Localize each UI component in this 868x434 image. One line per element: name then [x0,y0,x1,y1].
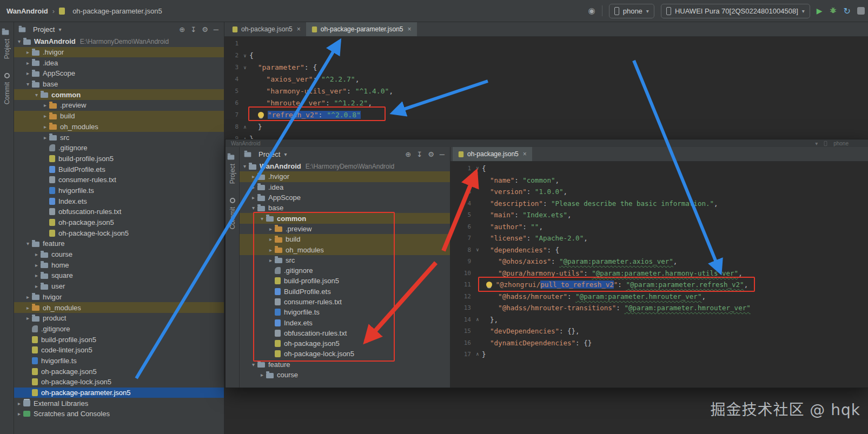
tree-item-oh-package-json5[interactable]: oh-package.json5 [14,366,224,377]
tree-item-build[interactable]: ▸build [240,234,450,244]
debug-button[interactable] [829,6,837,16]
chevron-down-icon[interactable]: ▾ [241,163,249,169]
code-line-16[interactable]: 16 "dynamicDependencies": {} [450,337,868,349]
more-actions-icon[interactable] [857,7,865,15]
tree-item-user[interactable]: ▸user [14,281,224,292]
tree-item-preview[interactable]: ▸.preview [240,224,450,234]
tree-item-oh-package-lock-json5[interactable]: oh-package-lock.json5 [14,228,224,238]
tree-item-product[interactable]: ▸product [14,313,224,324]
tree-item-oh-package-parameter-json5[interactable]: oh-package-parameter.json5 [14,388,224,398]
code-line-11[interactable]: 11 "@zhongrui/pull_to_refresh_v2": "@par… [450,279,868,291]
chevron-right-icon[interactable]: ▸ [267,247,275,253]
code-line-12[interactable]: 12 "@hadss/hmrouter": "@param:parameter.… [450,291,868,303]
main-code-area[interactable]: 12∨{3∨ "parameter": {4 "axios_ver": "^2.… [224,37,868,145]
collapse-all-icon[interactable]: ↧ [190,25,196,34]
project-tool-button[interactable]: Project [2,29,12,59]
tree-item-build-profile-json5[interactable]: build-profile.json5 [14,153,224,164]
tree-item-feature[interactable]: ▾feature [14,238,224,249]
tree-item-common[interactable]: ▾common [240,213,450,223]
tree-item-appscope[interactable]: ▸AppScope [240,192,450,203]
tree-item-index-ets[interactable]: Index.ets [240,317,450,328]
tree-item-consumer-rules-txt[interactable]: consumer-rules.txt [14,175,224,185]
editor-tab-oh-package-json5[interactable]: oh-package.json5× [227,22,306,36]
sync-button[interactable]: ↻ [844,6,851,16]
code-line-17[interactable]: 17∧} [450,349,868,360]
chevron-right-icon[interactable]: ▸ [24,60,32,66]
code-line-15[interactable]: 15 "devDependencies": {}, [450,325,868,337]
code-line-5[interactable]: 5 "harmony-utils_ver": "^1.4.0", [224,85,868,97]
close-tab-icon[interactable]: × [297,25,301,33]
fold-close-icon[interactable]: ∧ [473,314,482,326]
project-view-selector[interactable]: Project ▾ [244,150,287,158]
intention-bulb-icon[interactable] [258,112,264,118]
breadcrumb-file[interactable]: oh-package-parameter.json5 [72,7,162,15]
tree-item-obfuscation-rules-txt[interactable]: obfuscation-rules.txt [14,206,224,217]
tree-item-common[interactable]: ▾common [14,89,224,100]
chevron-down-icon[interactable]: ▾ [258,216,266,222]
chevron-right-icon[interactable]: ▸ [24,70,32,76]
code-line-3[interactable]: 3 "version": "1.0.0", [450,186,868,198]
code-line-13[interactable]: 13 "@hadss/hmrouter-transitions": "@para… [450,302,868,314]
editor-tab-oh-package-parameter-json5[interactable]: oh-package-parameter.json5× [306,22,417,36]
commit-tool-button[interactable]: Commit [3,73,11,104]
device-type-combo[interactable]: phone ▾ [609,4,654,18]
tree-item-buildprofile-ets[interactable]: BuildProfile.ets [240,286,450,297]
overlay-code-area[interactable]: 1∨{2 "name": "common",3 "version": "1.0.… [450,162,868,360]
code-line-2[interactable]: 2 "name": "common", [450,175,868,186]
tree-item-appscope[interactable]: ▸AppScope [14,68,224,79]
fold-close-icon[interactable]: ∧ [473,349,482,360]
chevron-right-icon[interactable]: ▸ [249,173,257,179]
chevron-right-icon[interactable]: ▸ [267,257,275,263]
chevron-down-icon[interactable]: ▾ [249,205,257,211]
fold-open-icon[interactable]: ∨ [473,244,482,256]
chevron-right-icon[interactable]: ▸ [32,262,41,268]
tree-item-feature[interactable]: ▾feature [240,359,450,370]
run-button[interactable]: ▶ [817,6,823,15]
code-line-3[interactable]: 3∨ "parameter": { [224,62,868,74]
tree-item-oh-package-json5[interactable]: oh-package.json5 [240,338,450,349]
code-line-7[interactable]: 7 "license": "Apache-2.0", [450,232,868,244]
fold-open-icon[interactable]: ∨ [473,163,482,175]
project-view-selector[interactable]: Project ▾ [18,25,62,34]
settings-gear-icon[interactable]: ⚙ [202,25,208,34]
device-combo[interactable]: HUAWEI Pura 70[2QS0224801004508] ▾ [661,4,810,18]
tree-item-external-libraries[interactable]: ▸External Libraries [14,398,224,409]
commit-tool-button[interactable]: Commit [229,198,236,229]
chevron-down-icon[interactable]: ▾ [15,38,23,44]
close-tab-icon[interactable]: × [523,150,527,158]
tree-item-gitignore[interactable]: .gitignore [14,143,224,153]
tree-item-build[interactable]: ▸build [14,111,224,122]
breadcrumb-project[interactable]: WanAndroid [6,7,48,15]
chevron-right-icon[interactable]: ▸ [32,272,41,278]
tree-item-build-profile-json5[interactable]: build-profile.json5 [240,276,450,286]
tree-item-obfuscation-rules-txt[interactable]: obfuscation-rules.txt [240,328,450,338]
code-line-7[interactable]: 7 "refresh_v2": "^2.0.8" [224,109,868,121]
tree-item-build-profile-json5[interactable]: build-profile.json5 [14,334,224,345]
chevron-down-icon[interactable]: ▾ [32,92,41,98]
tree-item-oh-modules[interactable]: ▸oh_modules [14,122,224,132]
tree-item-course[interactable]: ▸course [240,370,450,380]
tree-item-src[interactable]: ▸src [240,255,450,265]
chevron-right-icon[interactable]: ▸ [41,135,49,141]
hide-panel-icon[interactable]: ─ [214,25,218,34]
tree-item-scratches-and-consoles[interactable]: ▸Scratches and Consoles [14,409,224,419]
fold-open-icon[interactable]: ∨ [241,50,249,62]
tree-item-gitignore[interactable]: .gitignore [14,324,224,335]
tree-item-hvigor[interactable]: ▸hvigor [14,292,224,303]
code-line-8[interactable]: 8∨ "dependencies": { [450,244,868,256]
code-line-5[interactable]: 5 "main": "Index.ets", [450,209,868,221]
chevron-down-icon[interactable]: ▾ [24,81,32,87]
chevron-right-icon[interactable]: ▸ [32,251,41,257]
preview-eye-icon[interactable]: ◉ [588,6,595,16]
tree-item-hvigor[interactable]: ▸.hvigor [240,171,450,182]
tree-item-hvigorfile-ts[interactable]: hvigorfile.ts [14,356,224,366]
tree-item-src[interactable]: ▸src [14,132,224,143]
locate-file-icon[interactable]: ⊕ [179,25,185,34]
settings-gear-icon[interactable]: ⚙ [428,150,434,158]
tree-item-gitignore[interactable]: .gitignore [240,265,450,276]
code-line-1[interactable]: 1 [224,38,868,50]
tree-item-wanandroid[interactable]: ▾WanAndroidE:\HarmonyDemo\WanAndroid [240,161,450,171]
tree-item-base[interactable]: ▾base [14,79,224,90]
chevron-right-icon[interactable]: ▸ [32,283,41,289]
chevron-right-icon[interactable]: ▸ [249,184,257,190]
